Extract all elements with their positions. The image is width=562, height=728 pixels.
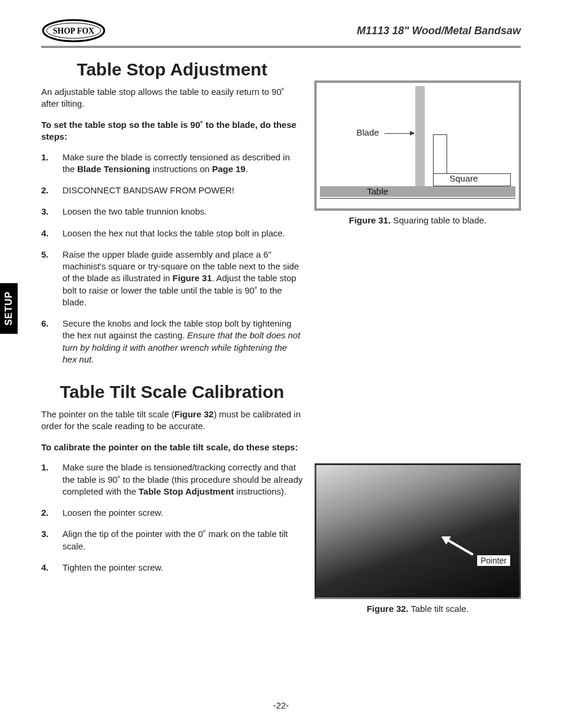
intro-table-stop: An adjustable table stop allows the tabl…	[41, 86, 303, 110]
step-3: Loosen the two table trunnion knobs.	[41, 206, 303, 218]
section-tab-setup: SETUP	[0, 283, 18, 334]
label-blade: Blade	[356, 127, 379, 137]
left-column: Table Stop Adjustment An adjustable tabl…	[41, 57, 303, 628]
figure-32-photo: Pointer	[315, 463, 521, 599]
step-2: Loosen the pointer screw.	[41, 507, 303, 519]
step-1: Make sure the blade is correctly tension…	[41, 151, 303, 176]
blade-shape	[415, 86, 425, 186]
label-square: Square	[449, 173, 478, 183]
brand-logo: SHOP FOX	[41, 18, 106, 44]
steps-table-stop: Make sure the blade is correctly tension…	[41, 151, 303, 366]
step-5: Raise the upper blade guide assembly and…	[41, 249, 303, 308]
arrow-icon	[442, 536, 474, 555]
page-number: -22-	[0, 700, 562, 710]
figure-31-diagram: Blade Square Table	[315, 81, 521, 210]
step-3: Align the tip of the pointer with the 0˚…	[41, 528, 303, 552]
svg-text:SHOP FOX: SHOP FOX	[53, 27, 94, 35]
step-4: Tighten the pointer screw.	[41, 562, 303, 574]
page-header: SHOP FOX M1113 18" Wood/Metal Bandsaw	[41, 18, 521, 48]
step-6: Secure the knobs and lock the table stop…	[41, 318, 303, 365]
intro-tilt-scale: The pointer on the table tilt scale (Fig…	[41, 409, 303, 433]
heading-table-stop: Table Stop Adjustment	[41, 60, 303, 80]
lead-table-stop: To set the table stop so the table is 90…	[41, 119, 303, 143]
step-4: Loosen the hex nut that locks the table …	[41, 228, 303, 239]
steps-tilt-scale: Make sure the blade is tensioned/trackin…	[41, 462, 303, 574]
figure-31-caption: Figure 31. Squaring table to blade.	[315, 215, 521, 225]
below-bar	[320, 198, 515, 209]
arrow-icon	[385, 133, 414, 134]
step-1: Make sure the blade is tensioned/trackin…	[41, 462, 303, 498]
step-2: DISCONNECT BANDSAW FROM POWER!	[41, 185, 303, 196]
table-bar	[320, 186, 515, 197]
label-table: Table	[367, 186, 388, 196]
lead-tilt-scale: To calibrate the pointer on the table ti…	[41, 442, 303, 453]
label-pointer: Pointer	[477, 555, 511, 566]
right-column: Blade Square Table Figure 31. Squaring t…	[315, 57, 521, 628]
figure-32-caption: Figure 32. Table tilt scale.	[315, 604, 521, 614]
heading-tilt-scale: Table Tilt Scale Calibration	[41, 382, 303, 403]
document-title: M1113 18" Wood/Metal Bandsaw	[357, 25, 521, 37]
main-content: Table Stop Adjustment An adjustable tabl…	[41, 57, 521, 628]
